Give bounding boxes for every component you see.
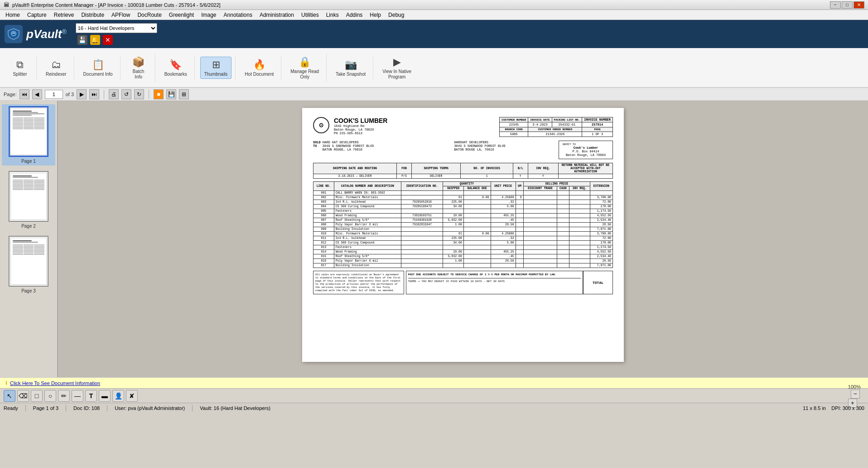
print-button[interactable]: 🖨 xyxy=(109,89,119,99)
status-divider-4 xyxy=(192,405,193,411)
thumbnail-page-1[interactable]: Page 1 xyxy=(2,104,55,166)
terms-label: TERMS xyxy=(408,280,416,283)
thumbnails-button[interactable]: ⊞ Thumbnails xyxy=(200,57,232,79)
view-native-button[interactable]: ▶ View In Native Program xyxy=(379,54,415,81)
reindexer-button[interactable]: 🗂 Reindexer xyxy=(42,57,70,78)
document-info-icon: 📋 xyxy=(92,59,104,71)
ribbon: ⧉ Splitter 🗂 Reindexer 📋 Document Info 📦… xyxy=(0,48,868,88)
first-page-button[interactable]: ⏮ xyxy=(19,89,29,99)
terms-note: All sales are expressly conditional on B… xyxy=(313,271,404,294)
menu-retrieve[interactable]: Retrieve xyxy=(50,11,78,19)
manage-read-only-icon: 🔒 xyxy=(299,56,311,68)
branch-code-header: BRANCH CODE xyxy=(500,127,528,132)
company-address2: Baton Rouge, LA 70820 xyxy=(334,128,387,132)
close-button[interactable]: ✕ xyxy=(854,1,864,9)
prev-page-button[interactable]: ◀ xyxy=(32,89,42,99)
table-row: 006Wood Framing7361859375110.00455.254,5… xyxy=(313,214,613,218)
minimize-button[interactable]: − xyxy=(830,1,841,9)
batch-info-button[interactable]: 📦 Batch Info xyxy=(126,54,151,81)
menu-links[interactable]: Links xyxy=(323,11,342,19)
thumbnail-page-2[interactable]: Page 2 xyxy=(2,169,55,230)
pencil-tool-button[interactable]: ✏ xyxy=(58,390,70,402)
document-info-button[interactable]: 📋 Document Info xyxy=(80,57,116,78)
fob-header: FOB xyxy=(397,163,412,174)
inv-req-header: INV REQ. xyxy=(528,163,558,174)
rect-tool-button[interactable]: □ xyxy=(31,390,43,402)
table-row: 007Roof Sheathing 5/8"754493819205,632.0… xyxy=(313,218,613,223)
menu-addins[interactable]: Addins xyxy=(342,11,366,19)
page-number-input[interactable] xyxy=(45,90,63,99)
eraser-tool-button[interactable]: ⌫ xyxy=(17,390,29,402)
menu-capture[interactable]: Capture xyxy=(24,11,50,19)
total-label: TOTAL xyxy=(593,281,603,285)
close-icon-btn[interactable]: ✕ xyxy=(103,35,113,45)
menu-help[interactable]: Help xyxy=(366,11,385,19)
hot-document-button[interactable]: 🔥 Hot Document xyxy=(241,57,277,78)
clear-tool-button[interactable]: ✘ xyxy=(126,390,138,402)
ribbon-group-native: ▶ View In Native Program xyxy=(375,54,419,82)
take-snapshot-button[interactable]: 📷 Take Snapshot xyxy=(332,57,369,78)
address-section: SOLDTO HARD HAT DEVELOPERS 3049 S SHERWO… xyxy=(313,141,613,159)
strikethrough-tool-button[interactable]: — xyxy=(72,390,83,402)
menu-apflow[interactable]: APFlow xyxy=(108,11,134,19)
menu-greenlight[interactable]: Greenlight xyxy=(165,11,198,19)
shipped-header: SHIPPED xyxy=(443,186,464,191)
zoom-minus-button[interactable]: − xyxy=(851,390,860,399)
arrow-tool-button[interactable]: ↖ xyxy=(4,390,15,402)
next-page-button[interactable]: ▶ xyxy=(77,89,87,99)
thumbnail-page-3[interactable]: Page 3 xyxy=(2,234,55,295)
bl-value: Y xyxy=(513,174,528,179)
orange-button[interactable]: ■ xyxy=(154,89,164,99)
expand-nav-button[interactable]: ⊞ xyxy=(179,89,189,99)
menu-docroute[interactable]: DocRoute xyxy=(134,11,165,19)
table-row: 004CS 309 Curing Compound7828518647334.0… xyxy=(313,205,613,209)
table-row: 0032x4 R.L. bulkhead78285652816225.00.32… xyxy=(313,200,613,205)
customer-order-header: CUSTOMER ORDER NUMBER xyxy=(528,127,582,132)
document-info-link[interactable]: Click Here To See Document Information xyxy=(10,380,100,386)
menu-debug[interactable]: Debug xyxy=(385,11,408,19)
ellipse-tool-button[interactable]: ○ xyxy=(44,390,56,402)
splitter-button[interactable]: ⧉ Splitter xyxy=(7,57,33,78)
stamp-tool-button[interactable]: 👤 xyxy=(112,390,124,402)
document-info-label: Document Info xyxy=(83,72,113,77)
bell-icon-btn[interactable]: 🔔 xyxy=(90,35,100,45)
batch-info-sublabel: Info xyxy=(135,74,142,79)
highlight-tool-button[interactable]: ▬ xyxy=(99,390,111,402)
page-info-status: Page 1 of 3 xyxy=(33,405,58,411)
thumbnails-icon: ⊞ xyxy=(212,59,220,71)
manage-read-only-button[interactable]: 🔒 Manage Read Only xyxy=(287,54,323,81)
status-divider-3 xyxy=(107,405,107,411)
company-name: COOK'S LUMBER xyxy=(334,117,387,124)
title-bar-left: 🏛 pVault® Enterprise Content Manager - [… xyxy=(4,1,221,8)
shipping-table: SHIPPING DATE AND ROUTING FOB SHIPPING T… xyxy=(313,163,613,179)
company-logo-icon: ⚙ xyxy=(313,117,329,133)
menu-home[interactable]: Home xyxy=(2,11,24,19)
bookmarks-button[interactable]: 🔖 Bookmarks xyxy=(161,57,191,78)
menu-administration[interactable]: Administration xyxy=(256,11,298,19)
ribbon-group-batch: 📦 Batch Info xyxy=(122,54,155,82)
rotate-ccw-button[interactable]: ↺ xyxy=(121,89,131,99)
nav-bar: Page: ⏮ ◀ of 3 ▶ ⏭ 🖨 ↺ ↻ ■ 💾 ⊞ xyxy=(0,88,868,101)
refresh-button[interactable]: ↻ xyxy=(134,89,144,99)
shipping-terms-header: SHIPPING TERMS xyxy=(411,163,460,174)
workspace-select[interactable]: 16 - Hard Hat Developers xyxy=(76,23,157,33)
text-tool-button[interactable]: T xyxy=(85,390,97,402)
shipping-terms-value: DELIVER xyxy=(411,174,460,179)
menu-annotations[interactable]: Annotations xyxy=(220,11,256,19)
balance-due-header: BALANCE DUE xyxy=(463,186,491,191)
last-page-button[interactable]: ⏭ xyxy=(89,89,99,99)
save-icon-btn[interactable]: 💾 xyxy=(77,35,87,45)
menu-utilities[interactable]: Utilities xyxy=(298,11,323,19)
unit-price-header: UNIT PRICE xyxy=(491,182,516,191)
menu-image[interactable]: Image xyxy=(198,11,220,19)
menu-distribute[interactable]: Distribute xyxy=(77,11,108,19)
mini-doc-2 xyxy=(10,173,47,220)
status-divider-2 xyxy=(66,405,66,411)
save-nav-button[interactable]: 💾 xyxy=(166,89,176,99)
packing-list-value: 254332-01 xyxy=(552,122,582,127)
title-bar-text: pVault® Enterprise Content Manager - [AP… xyxy=(12,2,221,8)
table-row: 008Poly Vapor Barrier 6 mil791826310471.… xyxy=(313,223,613,227)
invoice-info-table: CUSTOMER NUMBER INVOICE DATE PACKING LIS… xyxy=(499,117,613,137)
restore-button[interactable]: □ xyxy=(842,1,853,9)
return-material-header: RETURN MATERIAL WILL NOT BE ACCEPTED WIT… xyxy=(559,163,613,174)
